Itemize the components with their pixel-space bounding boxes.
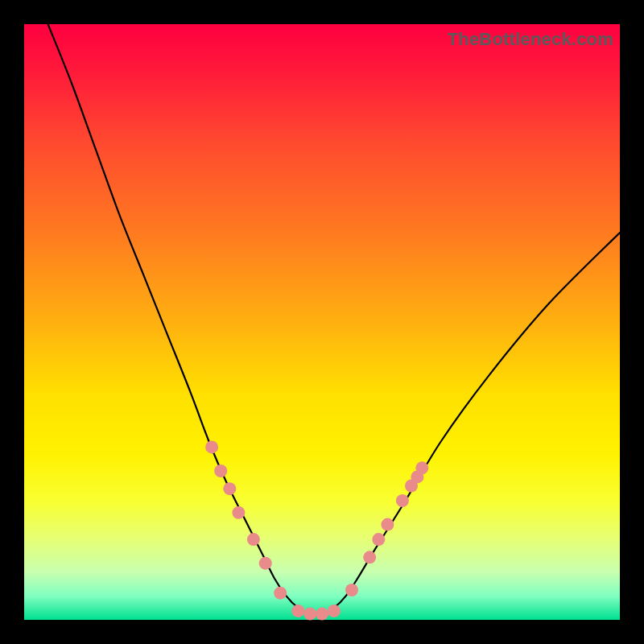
curve-markers xyxy=(205,440,428,620)
chart-frame: TheBottleneck.com xyxy=(0,0,644,644)
curve-marker xyxy=(214,464,227,477)
bottleneck-curve xyxy=(48,24,620,615)
curve-marker xyxy=(415,461,428,474)
curve-marker xyxy=(205,440,218,453)
curve-marker xyxy=(303,608,316,621)
curve-marker xyxy=(345,584,358,597)
curve-marker xyxy=(316,608,328,621)
curve-marker xyxy=(274,587,287,600)
curve-marker xyxy=(363,551,376,564)
curve-marker xyxy=(247,533,260,546)
curve-marker xyxy=(372,533,385,546)
curve-marker xyxy=(223,482,236,495)
curve-marker xyxy=(259,557,272,570)
plot-area: TheBottleneck.com xyxy=(24,24,620,620)
chart-svg xyxy=(24,24,620,620)
curve-marker xyxy=(291,605,304,617)
curve-marker xyxy=(232,506,245,519)
curve-marker xyxy=(328,605,341,617)
curve-marker xyxy=(396,494,409,507)
curve-marker xyxy=(381,518,394,531)
